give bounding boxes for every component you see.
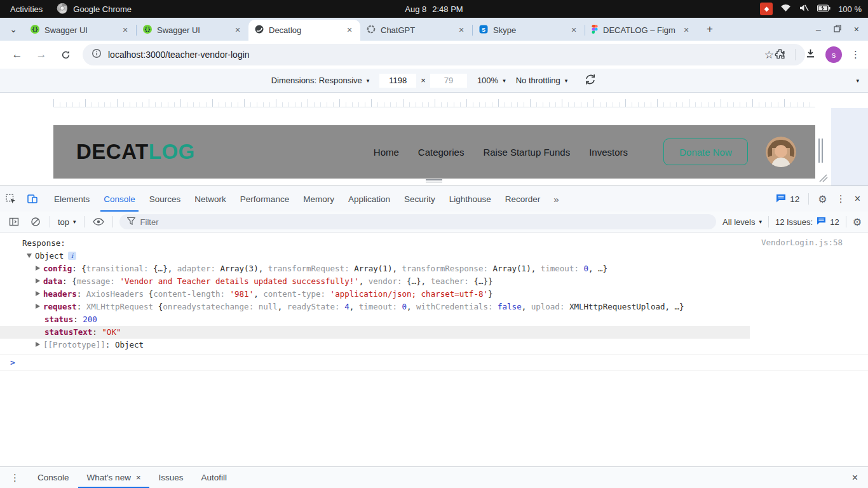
tab-close-icon[interactable]: × <box>232 25 243 36</box>
browser-tab-chatgpt[interactable]: ChatGPT× <box>360 20 472 41</box>
device-toolbar-more-icon[interactable]: ▾ <box>856 78 859 84</box>
forward-button[interactable]: → <box>32 48 51 61</box>
page-scrollbar[interactable] <box>818 139 824 163</box>
tab-close-icon[interactable]: × <box>568 25 580 36</box>
nav-link-raise-startup-funds[interactable]: Raise Startup Funds <box>483 147 570 158</box>
viewport-ruler <box>53 93 815 107</box>
more-panels-icon[interactable]: » <box>547 194 565 205</box>
nav-link-home[interactable]: Home <box>374 147 399 158</box>
console-prompt-row[interactable]: > <box>0 355 868 371</box>
volume-muted-icon[interactable] <box>799 4 810 14</box>
expand-right-icon[interactable] <box>36 342 40 347</box>
clear-console-icon[interactable] <box>28 217 43 227</box>
tab-close-icon[interactable]: × <box>681 25 692 36</box>
tab-close-icon[interactable]: × <box>119 25 131 36</box>
focused-app[interactable]: Google Chrome <box>57 3 132 16</box>
devtools-tab-network[interactable]: Network <box>187 186 233 212</box>
devtools-tab-sources[interactable]: Sources <box>142 186 188 212</box>
bookmark-star-icon[interactable]: ☆ <box>764 48 774 62</box>
browser-tab-swagger-ui[interactable]: {}Swagger UI× <box>137 20 248 41</box>
console-sidebar-icon[interactable] <box>6 217 22 227</box>
viewport-width-input[interactable] <box>379 74 416 88</box>
zoom-select[interactable]: 100% ▾ <box>477 76 506 85</box>
devtools-tab-console[interactable]: Console <box>97 186 142 212</box>
devtools-split-handle[interactable] <box>426 178 442 184</box>
devtools-tab-lighthouse[interactable]: Lighthouse <box>442 186 498 212</box>
execution-context-select[interactable]: top ▾ <box>57 217 78 227</box>
tab-close-icon[interactable]: × <box>344 25 355 36</box>
browser-tab-decatlog-figm[interactable]: DECATLOG – Figm× <box>585 20 697 41</box>
browser-tab-skype[interactable]: SSkype× <box>473 20 585 41</box>
extensions-icon[interactable] <box>774 48 786 62</box>
value-info-badge: i <box>68 252 76 260</box>
expand-right-icon[interactable] <box>36 278 40 283</box>
close-devtools-icon[interactable]: × <box>855 193 860 205</box>
browser-menu-icon[interactable]: ⋮ <box>851 49 860 60</box>
tab-search-button[interactable]: ⌄ <box>4 20 23 39</box>
filter-input[interactable] <box>140 217 709 227</box>
rotate-viewport-icon[interactable] <box>584 74 597 87</box>
drawer-menu-icon[interactable]: ⋮ <box>10 472 20 484</box>
devtools-settings-icon[interactable]: ⚙ <box>818 193 827 205</box>
downloads-icon[interactable] <box>804 48 817 62</box>
browser-tab-swagger-ui[interactable]: {}Swagger UI× <box>24 20 136 41</box>
drawer-tab-autofill[interactable]: Autofill <box>193 467 236 488</box>
issues-summary[interactable]: 12 Issues: 12 <box>775 217 839 227</box>
toggle-device-toolbar-icon[interactable] <box>22 186 43 212</box>
devtools-tab-security[interactable]: Security <box>397 186 442 212</box>
user-avatar[interactable] <box>766 137 796 167</box>
throttling-select[interactable]: No throttling ▾ <box>516 76 568 85</box>
console-source-link[interactable]: VendorLogin.js:58 <box>761 238 843 247</box>
battery-icon[interactable] <box>817 4 831 14</box>
close-drawer-icon[interactable]: × <box>852 472 858 484</box>
screen-record-indicator-icon[interactable] <box>760 3 773 15</box>
site-logo[interactable]: DECATLOG <box>76 140 195 164</box>
console-filter[interactable] <box>119 214 716 229</box>
devtools-tab-application[interactable]: Application <box>341 186 397 212</box>
back-button[interactable]: ← <box>8 48 27 61</box>
issues-counter[interactable]: 12 <box>776 194 799 205</box>
donate-now-button[interactable]: Donate Now <box>663 139 748 165</box>
wifi-icon[interactable] <box>780 4 791 14</box>
devtools-menu-icon[interactable]: ⋮ <box>836 193 846 205</box>
inspect-element-icon[interactable] <box>0 186 22 212</box>
close-window-button[interactable]: × <box>854 24 859 34</box>
drawer-tab-close-icon[interactable]: × <box>136 473 141 482</box>
drawer-tab-what-s-new[interactable]: What's new× <box>78 467 150 488</box>
address-bar[interactable]: localhost:3000/teacher-vendor-login <box>83 44 805 65</box>
live-expression-eye-icon[interactable] <box>91 218 106 226</box>
expand-right-icon[interactable] <box>36 266 40 271</box>
minimize-button[interactable]: – <box>816 24 821 34</box>
site-info-icon[interactable] <box>92 48 102 61</box>
devtools-tab-performance[interactable]: Performance <box>233 186 296 212</box>
reload-button[interactable] <box>56 50 75 60</box>
expand-right-icon[interactable] <box>36 304 40 309</box>
activities-button[interactable]: Activities <box>10 4 43 14</box>
restore-button[interactable] <box>834 24 841 34</box>
nav-link-investors[interactable]: Investors <box>589 147 628 158</box>
expand-down-icon[interactable] <box>27 254 32 258</box>
svg-text:{}: {} <box>144 27 151 32</box>
viewport-height-input[interactable] <box>430 74 467 88</box>
swagger-icon: {} <box>31 25 39 36</box>
devtools-tab-elements[interactable]: Elements <box>47 186 97 212</box>
drawer-tab-issues[interactable]: Issues <box>149 467 192 488</box>
dimensions-select[interactable]: Dimensions: Responsive ▾ <box>271 76 370 85</box>
browser-tab-decatlog[interactable]: Decatlog× <box>248 20 360 41</box>
issues-count-label: 12 <box>790 194 799 204</box>
url-text[interactable]: localhost:3000/teacher-vendor-login <box>108 50 250 60</box>
nav-link-categories[interactable]: Categories <box>418 147 465 158</box>
console-settings-icon[interactable]: ⚙ <box>853 216 862 228</box>
devtools-tab-recorder[interactable]: Recorder <box>498 186 548 212</box>
profile-avatar[interactable]: s <box>825 46 842 63</box>
new-tab-button[interactable]: + <box>701 20 719 38</box>
log-levels-select[interactable]: All levels ▾ <box>722 217 762 227</box>
viewport-resize-handle[interactable] <box>818 173 829 185</box>
console-token: status <box>44 315 73 324</box>
devtools-tab-memory[interactable]: Memory <box>296 186 341 212</box>
expand-right-icon[interactable] <box>36 291 40 296</box>
tab-close-icon[interactable]: × <box>456 25 467 36</box>
throttling-value: No throttling <box>516 76 560 85</box>
drawer-tab-console[interactable]: Console <box>29 467 78 488</box>
clock[interactable]: Aug 8 2:48 PM <box>405 4 463 14</box>
